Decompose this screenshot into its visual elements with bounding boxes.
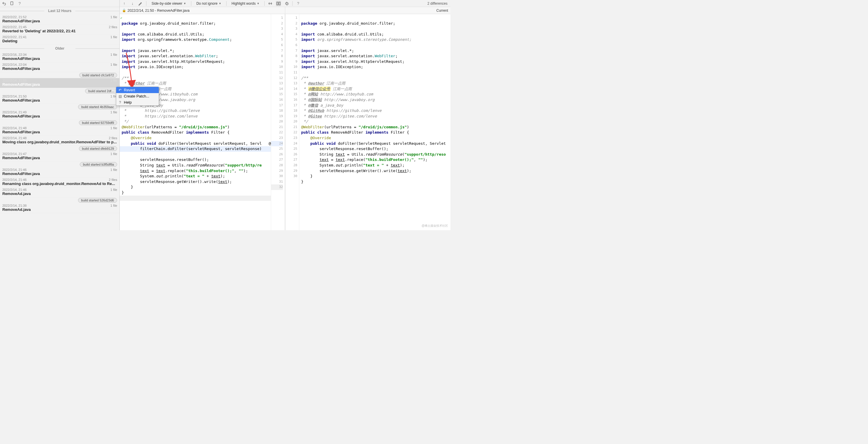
history-entry[interactable]: 2022/2/14, 21:48 1 file RemoveAdFilter.j… xyxy=(0,126,119,136)
build-tag: build started 2df... xyxy=(85,89,117,93)
history-entry[interactable]: 2022/2/14, 21:46 1 file RemoveAdFilter.j… xyxy=(0,167,119,177)
watermark: @稀土掘金技术社区 xyxy=(422,224,448,228)
next-diff-icon[interactable]: ↓ xyxy=(130,1,135,6)
build-tag-row: build started cfc1e972 xyxy=(0,72,119,78)
history-entry[interactable]: 2022/2/22, 21:41 1 file Deleting xyxy=(0,35,119,45)
undo-icon: ↶ xyxy=(118,88,122,92)
history-entry[interactable]: 2022/2/22, 21:52 1 file RemoveAdFilter.j… xyxy=(0,15,119,25)
history-entry[interactable]: 2022/2/14, 21:47 1 file RemoveAdFilter.j… xyxy=(0,151,119,161)
entry-timestamp: 2022/2/22, 21:52 xyxy=(2,15,117,19)
history-entry[interactable]: 2022/2/14, 21:38 1 file RemoveAd.java xyxy=(0,203,119,213)
history-list[interactable]: Last 12 Hours 2022/2/22, 21:52 1 file Re… xyxy=(0,7,119,230)
right-pane[interactable]: 1234567891011121314151617181920212223242… xyxy=(285,14,451,230)
help-icon[interactable]: ? xyxy=(17,1,22,6)
history-entry[interactable]: 2022/2/14, 21:46 1 file RemoveAd.java xyxy=(0,187,119,197)
help-icon[interactable]: ? xyxy=(296,1,301,6)
collapse-icon[interactable] xyxy=(268,1,273,6)
diff-header-right: Current xyxy=(285,7,451,14)
history-entry[interactable]: 2022/2/22, 21:45 2 files Reverted to 'De… xyxy=(0,25,119,35)
prev-diff-icon[interactable]: ↑ xyxy=(122,1,127,6)
diff-main: ↑ ↓ Side-by-side viewer▼ Do not ignore▼ … xyxy=(120,0,451,230)
right-gutter: 1234567891011121314151617181920212223242… xyxy=(285,14,299,230)
history-sidebar: ? Last 12 Hours 2022/2/22, 21:52 1 file … xyxy=(0,0,120,230)
ctx-revert[interactable]: ↶ Revert xyxy=(116,87,159,93)
left-pane[interactable]: ✔package org.javaboy.druid_monitor.filte… xyxy=(120,14,285,230)
ctx-create-patch[interactable]: ▤ Create Patch... xyxy=(116,93,159,99)
build-tag: build started cfc1e972 xyxy=(79,73,117,78)
ctx-help[interactable]: ? Help xyxy=(116,99,159,106)
build-tag: build started b3f5df8a xyxy=(80,162,117,167)
gear-icon[interactable] xyxy=(284,1,289,6)
view-mode-dropdown[interactable]: Side-by-side viewer▼ xyxy=(149,1,188,6)
sidebar-toolbar: ? xyxy=(0,0,119,7)
divider-last12: Last 12 Hours xyxy=(0,7,119,15)
undo-icon[interactable] xyxy=(2,1,7,6)
ignore-dropdown[interactable]: Do not ignore▼ xyxy=(194,1,223,6)
lock-icon: 🔒 xyxy=(122,8,126,12)
svg-rect-1 xyxy=(277,2,278,5)
left-code[interactable]: ✔package org.javaboy.druid_monitor.filte… xyxy=(120,14,271,230)
patch-icon: ▤ xyxy=(118,94,122,98)
build-tag: build started 92759df9 xyxy=(79,120,117,125)
build-tag: build started 526d23d6 xyxy=(78,198,117,203)
diff-count: 2 differences xyxy=(428,1,448,6)
check-icon: ✔ xyxy=(120,15,122,21)
context-menu: ↶ Revert ▤ Create Patch... ? Help xyxy=(116,87,159,106)
entry-title: RemoveAdFilter.java xyxy=(2,19,117,23)
build-tag: build started dfeb9129 xyxy=(79,146,117,151)
history-entry[interactable]: 2022/2/14, 21:46 2 files Renaming class … xyxy=(0,177,119,187)
left-gutter: 1234567891011121314151617181920212223242… xyxy=(271,14,285,230)
svg-rect-2 xyxy=(279,2,280,5)
highlight-dropdown[interactable]: Highlight words▼ xyxy=(229,1,261,6)
patch-icon[interactable] xyxy=(9,1,15,6)
divider-older: Older xyxy=(0,45,119,52)
svg-rect-0 xyxy=(10,2,13,5)
right-code[interactable]: package org.javaboy.druid_monitor.filter… xyxy=(299,14,451,230)
history-entry[interactable]: 2022/2/14, 21:50 1 file RemoveAdFilter.j… xyxy=(0,94,119,104)
history-entry[interactable]: 2022/2/16, 22:34 1 file RemoveAdFilter.j… xyxy=(0,52,119,62)
diff-toolbar: ↑ ↓ Side-by-side viewer▼ Do not ignore▼ … xyxy=(120,0,451,7)
history-entry[interactable]: 2022/2/14, 22:04 1 file RemoveAdFilter.j… xyxy=(0,62,119,72)
history-entry[interactable]: 2022/2/14, 21:49 1 file RemoveAdFilter.j… xyxy=(0,110,119,120)
diff-header-left: 🔒2022/2/14, 21:50 - RemoveAdFilter.java xyxy=(120,7,285,14)
entry-filecount: 1 file xyxy=(110,15,117,19)
sync-scroll-icon[interactable] xyxy=(276,1,281,6)
build-tag: build started 4b359aac xyxy=(78,105,117,109)
help-icon: ? xyxy=(118,100,122,105)
history-entry[interactable]: 2022/2/14, 21:48 2 files Moving class or… xyxy=(0,136,119,146)
edit-icon[interactable] xyxy=(138,1,143,6)
editor-area: ✔package org.javaboy.druid_monitor.filte… xyxy=(120,14,451,230)
history-entry-selected[interactable]: 2022/2/14, 21:55 1 file RemoveAdFilter.j… xyxy=(0,78,119,88)
diff-header: 🔒2022/2/14, 21:50 - RemoveAdFilter.java … xyxy=(120,7,451,14)
